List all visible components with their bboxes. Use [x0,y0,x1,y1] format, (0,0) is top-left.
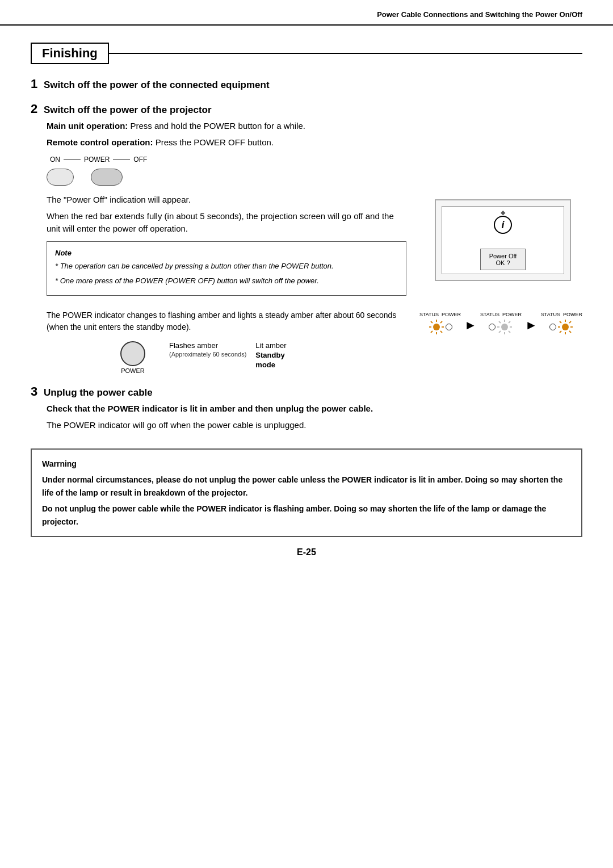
off-label: OFF [133,156,147,163]
page-number: E-25 [31,547,582,563]
power-circle-label: POWER [121,367,145,374]
remote-operation-label: Remote control operation: [47,137,153,147]
section-title-text: Finishing [31,43,109,64]
svg-line-24 [569,331,571,333]
svg-line-23 [560,321,561,323]
section-title-line [109,53,582,54]
arrow-1: ► [464,318,477,335]
info-icon: i [494,216,512,234]
power-button-diagram: ON POWER OFF [47,154,582,164]
svg-point-9 [501,324,508,330]
note-title: Note [55,248,398,259]
section-title-box: Finishing [31,43,582,64]
mode-caption: mode [255,360,286,369]
note-bullet1: * The operation can be cancelled by pres… [55,261,398,272]
svg-line-7 [440,321,442,323]
svg-line-16 [509,321,510,323]
indicator-desc: The POWER indicator changes to flashing … [47,309,414,333]
lit-amber-caption: Lit amber [255,341,286,350]
step3-heading: Unplug the power cable [44,387,153,398]
svg-line-26 [560,331,561,333]
step2-heading: Switch off the power of the projector [44,104,212,115]
note-box: Note * The operation can be cancelled by… [47,241,406,296]
step2-number: 2 [31,102,37,116]
step1-number: 1 [31,77,37,91]
svg-line-17 [499,331,501,333]
step3-check-bold: Check that the POWER indicator is lit in… [47,404,373,413]
projector-screen: ◆ i Power Off OK ? [435,199,571,281]
warning-box: Warrning Under normal circumstances, ple… [31,448,582,537]
step3-number: 3 [31,384,37,399]
step2: 2 Switch off the power of the projector … [31,102,582,374]
remote-operation-text: Press the POWER OFF button. [156,137,274,147]
svg-line-6 [440,331,442,333]
warning-title: Warrning [42,458,571,470]
standby-caption: Standby [255,351,286,359]
approx-caption: (Approximately 60 seconds) [169,351,246,358]
svg-line-15 [509,331,510,333]
step1-heading: Switch off the power of the connected eq… [44,79,270,90]
proj-top-icon: ◆ [501,209,505,216]
header-title: Power Cable Connections and Switching th… [377,10,582,19]
svg-line-14 [499,321,501,323]
svg-line-5 [431,321,433,323]
step3: 3 Unplug the power cable Check that the … [31,384,582,431]
dialog-line2: OK ? [483,259,523,266]
warning-text1: Under normal circumstances, please do no… [42,473,571,499]
dialog-line1: Power Off [483,253,523,259]
svg-point-0 [433,324,440,330]
proj-dialog: Power Off OK ? [480,249,526,270]
flashes-amber-caption: Flashes amber [169,341,246,350]
power-button-circle [120,341,145,366]
step2-desc1: The "Power Off" indication will appear. [47,194,406,207]
sunburst-amber-3 [557,319,573,335]
btn-on [47,169,74,186]
main-operation-label: Main unit operation: [47,121,128,131]
sunburst-amber-1 [429,319,444,335]
svg-point-18 [562,324,569,330]
indicator-section: The POWER indicator changes to flashing … [47,309,582,337]
btn-off [91,169,123,186]
svg-line-8 [431,331,433,333]
warning-text2: Do not unplug the power cable while the … [42,502,571,528]
page-header: Power Cable Connections and Switching th… [0,0,613,26]
step1: 1 Switch off the power of the connected … [31,77,582,91]
sunburst-dim-2 [497,319,513,335]
step2-desc2: When the red bar extends fully (in about… [47,210,406,236]
note-bullet2: * One more press of the POWER (POWER OFF… [55,275,398,287]
on-label: ON [50,156,60,163]
power-label-diagram: POWER [84,156,110,163]
step3-desc: The POWER indicator will go off when the… [47,419,582,432]
svg-line-25 [569,321,571,323]
arrow-2: ► [525,318,538,335]
main-operation-text: Press and hold the POWER button for a wh… [131,121,306,131]
